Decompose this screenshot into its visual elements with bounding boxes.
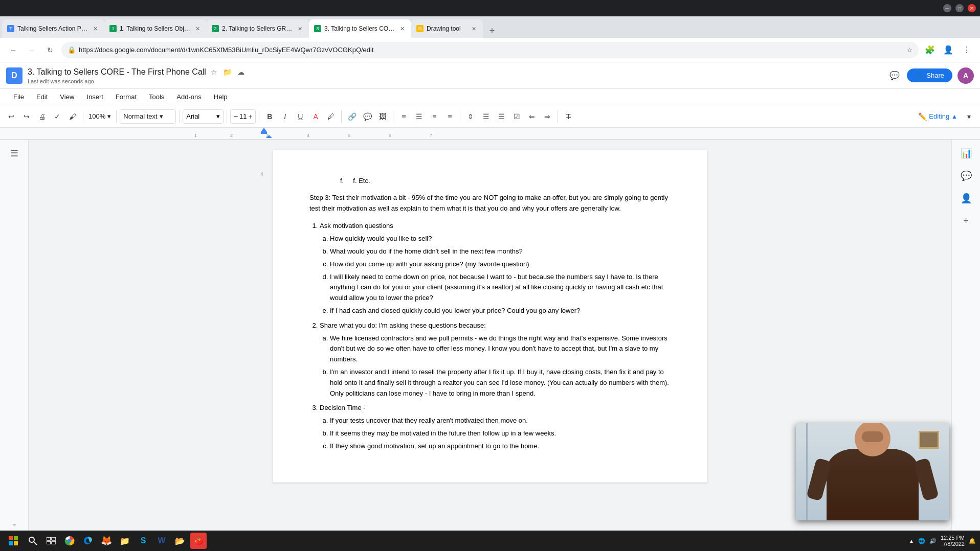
document-page: 4 f. f. Etc. Step 3: Test their motivati… (273, 150, 707, 483)
clock[interactable]: 12:25 PM 7/8/2022 (941, 535, 965, 547)
tab-drawing-tool[interactable]: D Drawing tool ✕ (411, 19, 483, 38)
svg-line-16 (34, 542, 37, 545)
address-box[interactable]: 🔒 https://docs.google.com/document/d/1wn… (61, 42, 919, 58)
windows-start-button[interactable] (4, 533, 23, 549)
print-button[interactable]: 🖨 (35, 109, 49, 124)
style-dropdown[interactable]: Normal text ▾ (120, 109, 176, 124)
font-dropdown[interactable]: Arial ▾ (183, 109, 224, 124)
network-icon[interactable]: 🌐 (918, 538, 925, 544)
increase-indent-button[interactable]: ⇒ (540, 109, 554, 124)
redo-button[interactable]: ↪ (19, 109, 34, 124)
font-size-value[interactable]: 11 (239, 112, 247, 120)
share-button[interactable]: 👤 Share (907, 68, 952, 82)
minimize-button[interactable]: ─ (943, 4, 951, 12)
settings-icon[interactable]: ⋮ (960, 43, 974, 57)
align-left-button[interactable]: ≡ (396, 109, 411, 124)
toolbar-divider-1 (83, 110, 83, 123)
file-menu[interactable]: File (8, 91, 29, 103)
help-menu[interactable]: Help (209, 91, 233, 103)
tools-menu[interactable]: Tools (144, 91, 169, 103)
tab3-close-button[interactable]: ✕ (296, 25, 304, 33)
comment-button[interactable]: 💬 (360, 109, 374, 124)
comment-history-button[interactable]: 💬 (887, 68, 902, 83)
outline-icon[interactable]: ☰ (5, 144, 24, 163)
timer-taskbar-icon[interactable]: 🍅 (190, 533, 207, 549)
chat-icon[interactable]: 👤 (957, 189, 975, 208)
tab5-close-button[interactable]: ✕ (470, 25, 478, 33)
tab-talking-sellers-action-pack[interactable]: T Talking Sellers Action Pack _ ✕ (2, 19, 104, 38)
underline-button[interactable]: U (293, 109, 307, 124)
back-button[interactable]: ← (6, 43, 20, 57)
docs-logo: D (6, 67, 23, 84)
undo-button[interactable]: ↩ (4, 109, 18, 124)
firefox-taskbar-icon[interactable]: 🦊 (98, 533, 115, 549)
tab-talking-sellers-core[interactable]: 3 3. Talking to Sellers CORE - Th... ✕ (309, 19, 411, 38)
forward-button[interactable]: → (25, 43, 39, 57)
list-numbered-button[interactable]: ☰ (479, 109, 493, 124)
toolbar-divider-5 (259, 110, 259, 123)
search-taskbar-button[interactable] (25, 533, 41, 549)
image-button[interactable]: 🖼 (375, 109, 390, 124)
extensions-icon[interactable]: 🧩 (923, 43, 937, 57)
volume-icon[interactable]: 🔊 (929, 538, 937, 544)
paintformat-button[interactable]: 🖌 (65, 109, 80, 124)
section3-item-b: If it seems they may be motivated in the… (330, 428, 671, 439)
tab-talking-sellers-objectives[interactable]: 1 1. Talking to Sellers Objectives ✕ (104, 19, 207, 38)
edit-menu[interactable]: Edit (31, 91, 53, 103)
refresh-button[interactable]: ↻ (43, 43, 57, 57)
align-center-button[interactable]: ☰ (412, 109, 426, 124)
word-taskbar-icon[interactable]: W (153, 533, 170, 549)
section1-item-a: How quickly would you like to sell? (330, 234, 671, 244)
clear-format-button[interactable]: T̶ (561, 109, 575, 124)
user-avatar[interactable]: A (957, 67, 974, 84)
expand-button[interactable]: ▾ (962, 109, 976, 124)
add-sidebar-icon[interactable]: + (957, 212, 975, 230)
line-spacing-button[interactable]: ⇕ (463, 109, 478, 124)
cloud-icon[interactable]: ☁ (236, 67, 246, 77)
prefix-text: f. Etc. (353, 177, 370, 185)
toolbar-divider-4 (227, 110, 227, 123)
align-right-button[interactable]: ≡ (427, 109, 441, 124)
italic-button[interactable]: I (278, 109, 292, 124)
edge-taskbar-icon[interactable] (80, 533, 96, 549)
editing-dropdown[interactable]: ✏️ Editing ▲ (918, 112, 957, 121)
tray-arrow[interactable]: ▲ (909, 538, 914, 544)
tab-talking-sellers-grade[interactable]: 2 2. Talking to Sellers GRADE SH... ✕ (207, 19, 309, 38)
text-color-button[interactable]: A (308, 109, 323, 124)
skype-taskbar-icon[interactable]: S (135, 533, 151, 549)
profile-icon[interactable]: 👤 (941, 43, 955, 57)
format-menu[interactable]: Format (110, 91, 142, 103)
close-button[interactable]: ✕ (968, 4, 976, 12)
section1-item-e: If I had cash and closed quickly could y… (330, 306, 671, 316)
insights-icon[interactable]: 📊 (957, 144, 975, 163)
bold-button[interactable]: B (262, 109, 277, 124)
highlight-button[interactable]: 🖊 (324, 109, 338, 124)
decrease-indent-button[interactable]: ⇐ (525, 109, 539, 124)
view-menu[interactable]: View (55, 91, 79, 103)
spellcheck-button[interactable]: ✓ (50, 109, 64, 124)
insert-menu[interactable]: Insert (81, 91, 108, 103)
notification-icon[interactable]: 🔔 (969, 538, 976, 544)
toolbar-right: ✏️ Editing ▲ ▾ (918, 109, 976, 124)
tab4-close-button[interactable]: ✕ (398, 25, 406, 33)
comment-sidebar-icon[interactable]: 💬 (957, 167, 975, 185)
tab1-close-button[interactable]: ✕ (91, 25, 99, 33)
new-tab-button[interactable]: + (485, 24, 499, 38)
folder-icon[interactable]: 📁 (222, 67, 233, 77)
font-size-increase[interactable]: + (248, 112, 253, 121)
list-bullet-button[interactable]: ☰ (494, 109, 508, 124)
link-button[interactable]: 🔗 (345, 109, 359, 124)
list-checklist-button[interactable]: ☑ (509, 109, 524, 124)
star-doc-icon[interactable]: ☆ (209, 67, 219, 77)
file-explorer-taskbar-icon[interactable]: 📁 (117, 533, 133, 549)
zoom-dropdown[interactable]: 100% ▾ (86, 109, 113, 124)
tab2-close-button[interactable]: ✕ (193, 25, 202, 33)
task-view-button[interactable] (43, 533, 59, 549)
font-size-decrease[interactable]: − (233, 112, 238, 121)
addons-menu[interactable]: Add-ons (171, 91, 206, 103)
justify-button[interactable]: ≡ (442, 109, 457, 124)
files-taskbar-icon[interactable]: 📂 (172, 533, 188, 549)
document-title[interactable]: 3. Talking to Sellers CORE - The First P… (28, 67, 206, 77)
chrome-taskbar-icon[interactable] (61, 533, 78, 549)
maximize-button[interactable]: □ (955, 4, 964, 12)
